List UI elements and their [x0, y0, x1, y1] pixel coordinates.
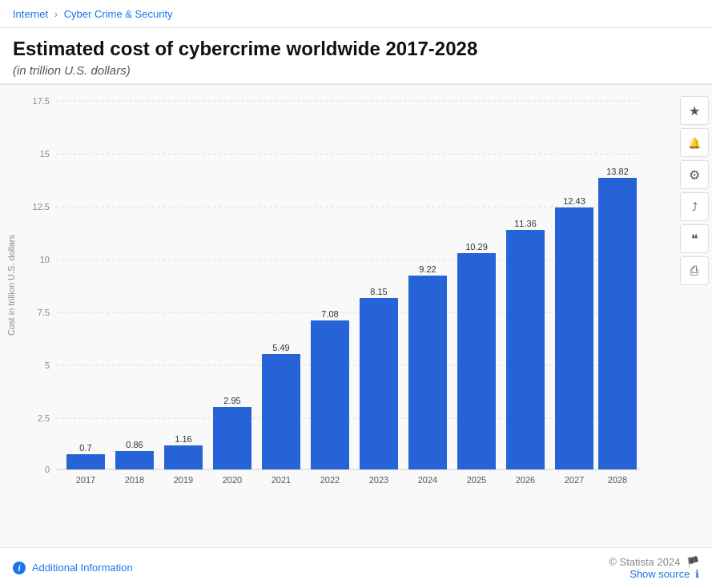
- header-section: Estimated cost of cybercrime worldwide 2…: [0, 28, 712, 84]
- breadcrumb: Internet › Cyber Crime & Security: [13, 8, 173, 20]
- svg-text:2019: 2019: [174, 475, 193, 485]
- bar-2018: [115, 451, 154, 469]
- breadcrumb-bar: Internet › Cyber Crime & Security: [0, 0, 712, 28]
- bar-2027: [555, 207, 593, 469]
- breadcrumb-current[interactable]: Cyber Crime & Security: [64, 8, 173, 20]
- svg-text:8.15: 8.15: [370, 287, 387, 296]
- svg-text:0: 0: [45, 465, 50, 474]
- breadcrumb-parent[interactable]: Internet: [13, 8, 48, 20]
- svg-text:2018: 2018: [125, 475, 144, 485]
- bar-2023: [360, 298, 398, 469]
- page-title: Estimated cost of cybercrime worldwide 2…: [13, 38, 699, 60]
- svg-text:5.49: 5.49: [272, 343, 289, 352]
- svg-text:2026: 2026: [516, 475, 535, 485]
- footer-bar: i Additional Information © Statista 2024…: [0, 547, 712, 588]
- svg-text:1.16: 1.16: [175, 434, 191, 444]
- svg-text:13.82: 13.82: [606, 167, 629, 176]
- additional-info-link[interactable]: i Additional Information: [13, 562, 133, 574]
- svg-text:2027: 2027: [565, 475, 584, 485]
- sidebar-icons: ★ 🔔 ⚙ ⤴ ❝ ⎙: [677, 93, 712, 288]
- bell-button[interactable]: 🔔: [680, 128, 709, 157]
- svg-text:17.5: 17.5: [33, 96, 50, 106]
- svg-text:0.7: 0.7: [79, 443, 91, 453]
- svg-text:2024: 2024: [418, 475, 437, 485]
- bar-2026: [506, 230, 545, 469]
- svg-text:11.36: 11.36: [514, 219, 537, 228]
- bar-2028: [598, 178, 637, 469]
- bar-2025: [457, 253, 496, 469]
- svg-text:12.5: 12.5: [33, 202, 50, 211]
- show-source-icon: ℹ: [695, 568, 699, 580]
- bar-2017: [66, 454, 105, 469]
- bar-2020: [213, 407, 251, 469]
- svg-text:2.95: 2.95: [223, 396, 240, 405]
- star-button[interactable]: ★: [680, 96, 709, 125]
- svg-text:2023: 2023: [369, 475, 388, 485]
- svg-text:0.86: 0.86: [126, 440, 143, 449]
- svg-text:2025: 2025: [467, 475, 486, 485]
- svg-text:5: 5: [45, 360, 50, 370]
- svg-text:2.5: 2.5: [38, 413, 50, 423]
- info-icon: i: [13, 562, 26, 574]
- svg-text:2028: 2028: [608, 475, 627, 485]
- breadcrumb-separator: ›: [54, 8, 58, 20]
- bar-2022: [311, 320, 349, 469]
- svg-text:7.08: 7.08: [321, 309, 338, 319]
- svg-text:12.43: 12.43: [563, 196, 585, 206]
- svg-text:10.29: 10.29: [465, 242, 488, 252]
- chart-section: 17.5 15 12.5 10 7.5 5 2.5 0 Cost in tri: [0, 84, 712, 547]
- svg-text:Cost in trillion U.S. dollars: Cost in trillion U.S. dollars: [6, 235, 16, 336]
- quote-button[interactable]: ❝: [680, 224, 709, 253]
- bar-2019: [164, 445, 203, 469]
- svg-text:2022: 2022: [320, 475, 340, 485]
- svg-text:2021: 2021: [272, 475, 291, 485]
- additional-info-label: Additional Information: [32, 562, 133, 574]
- copyright-text: © Statista 2024: [609, 556, 680, 568]
- svg-text:2017: 2017: [76, 475, 95, 485]
- print-button[interactable]: ⎙: [680, 256, 709, 285]
- share-button[interactable]: ⤴: [680, 192, 709, 221]
- svg-text:15: 15: [40, 149, 50, 159]
- svg-text:7.5: 7.5: [38, 308, 50, 317]
- footer-right: © Statista 2024 🏴 Show source ℹ: [609, 556, 699, 580]
- bar-chart: 17.5 15 12.5 10 7.5 5 2.5 0 Cost in tri: [0, 85, 677, 534]
- svg-text:2020: 2020: [223, 475, 242, 485]
- svg-text:9.22: 9.22: [419, 264, 436, 274]
- gear-button[interactable]: ⚙: [680, 160, 709, 189]
- flag-icon: 🏴: [686, 556, 699, 568]
- bar-2024: [408, 276, 447, 469]
- chart-subtitle: (in trillion U.S. dollars): [13, 63, 699, 77]
- svg-text:10: 10: [40, 255, 50, 264]
- bar-2021: [262, 354, 300, 469]
- main-wrapper: Internet › Cyber Crime & Security Estima…: [0, 0, 712, 588]
- show-source-link[interactable]: Show source: [630, 568, 690, 580]
